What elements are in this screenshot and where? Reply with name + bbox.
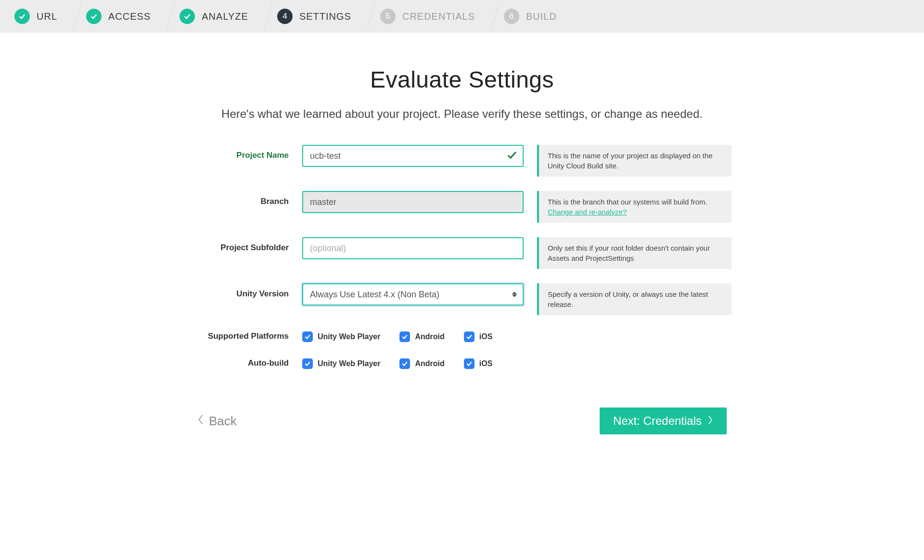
step-credentials[interactable]: 5 CREDENTIALS (366, 0, 489, 33)
step-number: 5 (380, 9, 396, 24)
checkbox-checked-icon (399, 358, 410, 369)
branch-reanalyze-link[interactable]: Change and re-analyze? (548, 208, 627, 216)
project-name-hint: This is the name of your project as disp… (537, 145, 732, 177)
next-label: Next: Credentials (613, 414, 702, 428)
step-label: ANALYZE (202, 11, 248, 22)
step-label: CREDENTIALS (402, 11, 475, 22)
step-number: 4 (277, 9, 293, 24)
step-label: ACCESS (108, 11, 151, 22)
branch-hint: This is the branch that our systems will… (537, 191, 732, 223)
chevron-right-icon (707, 414, 713, 428)
step-url[interactable]: URL (0, 0, 72, 33)
check-icon (180, 9, 195, 24)
page-subtitle: Here's what we learned about your projec… (192, 107, 732, 121)
step-build[interactable]: 6 BUILD (489, 0, 571, 33)
stepper: URL ACCESS ANALYZE 4 SETTINGS 5 CREDENTI… (0, 0, 924, 33)
branch-label: Branch (192, 191, 289, 206)
autobuild-android[interactable]: Android (399, 358, 444, 369)
step-label: BUILD (526, 11, 557, 22)
platform-webplayer[interactable]: Unity Web Player (302, 331, 380, 342)
unity-version-label: Unity Version (192, 283, 289, 299)
step-analyze[interactable]: ANALYZE (165, 0, 263, 33)
checkbox-label: Unity Web Player (318, 359, 380, 368)
supported-platforms-label: Supported Platforms (192, 330, 289, 341)
checkbox-checked-icon (302, 358, 313, 369)
branch-input[interactable] (302, 191, 524, 213)
step-label: URL (37, 11, 57, 22)
autobuild-webplayer[interactable]: Unity Web Player (302, 358, 380, 369)
check-icon (14, 9, 30, 24)
step-settings[interactable]: 4 SETTINGS (263, 0, 366, 33)
branch-hint-text: This is the branch that our systems will… (548, 198, 707, 206)
subfolder-hint: Only set this if your root folder doesn'… (537, 237, 732, 269)
check-icon (506, 149, 518, 163)
checkbox-label: iOS (479, 332, 493, 341)
unity-version-hint: Specify a version of Unity, or always us… (537, 283, 732, 315)
checkbox-label: Android (415, 359, 444, 368)
next-button[interactable]: Next: Credentials (600, 407, 727, 434)
subfolder-label: Project Subfolder (192, 237, 289, 253)
platform-ios[interactable]: iOS (464, 331, 493, 342)
checkbox-label: Android (415, 332, 444, 341)
page-title: Evaluate Settings (192, 66, 732, 93)
auto-build-label: Auto-build (192, 356, 289, 368)
checkbox-checked-icon (302, 331, 313, 342)
checkbox-label: iOS (479, 359, 493, 368)
project-name-label: Project Name (192, 145, 289, 160)
subfolder-input[interactable] (302, 237, 524, 259)
autobuild-ios[interactable]: iOS (464, 358, 493, 369)
project-name-input[interactable] (302, 145, 524, 167)
checkbox-checked-icon (399, 331, 410, 342)
check-icon (86, 9, 102, 24)
step-label: SETTINGS (299, 11, 351, 22)
step-access[interactable]: ACCESS (72, 0, 165, 33)
back-button[interactable]: Back (197, 414, 237, 429)
back-label: Back (209, 414, 237, 429)
platform-android[interactable]: Android (399, 331, 444, 342)
checkbox-checked-icon (464, 358, 475, 369)
chevron-left-icon (197, 414, 204, 429)
step-number: 6 (504, 9, 519, 24)
checkbox-label: Unity Web Player (318, 332, 380, 341)
checkbox-checked-icon (464, 331, 475, 342)
unity-version-select[interactable]: Always Use Latest 4.x (Non Beta) (302, 283, 524, 305)
